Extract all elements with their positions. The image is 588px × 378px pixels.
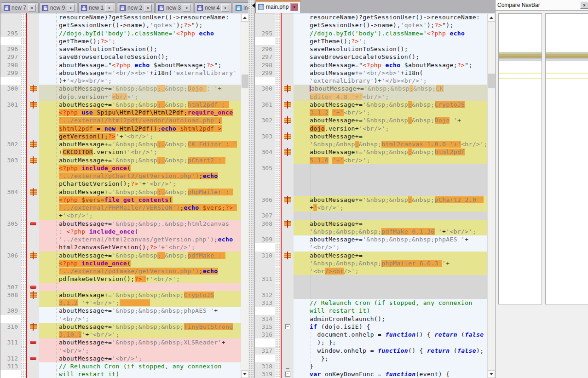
code-text[interactable]: 3.1.2 '+'<br/>'; (294, 109, 487, 116)
code-text[interactable]: aboutMessage+='&nbsp;&nbsp;&nbsp;pChart2… (294, 196, 487, 204)
code-text[interactable]: dojo.version+'<br/>'; (294, 125, 487, 132)
code-text[interactable]: +CKEDITOR.version+'<br/>'; (39, 148, 241, 156)
tab-close-icon[interactable]: x (290, 3, 298, 11)
code-text[interactable]: will restart it) (294, 307, 487, 315)
code-text[interactable]: '<br/>'; (39, 315, 241, 323)
code-text[interactable]: '../external/html2canvas/getVersion.php'… (39, 235, 241, 243)
code-text[interactable]: pChartGetVersion();?>'+'<br/>'; (39, 180, 241, 188)
code-text[interactable] (294, 212, 487, 219)
code-text[interactable] (294, 188, 487, 196)
scroll-up-button[interactable] (488, 14, 495, 22)
code-text[interactable]: document.onhelp = function() { return (f… (294, 331, 487, 338)
code-text[interactable]: aboutMessage+='&nbsp;&nbsp;.&nbsp;pdfMak… (39, 252, 241, 259)
tab-close-icon[interactable]: x (28, 4, 36, 11)
code-text[interactable]: aboutMessage+='&nbsp;&nbsp;.&nbsp;CK Edi… (39, 140, 241, 148)
code-text[interactable]: +'<br/>'; (39, 212, 241, 219)
code-text[interactable]: aboutMessage+='&nbsp;&nbsp;.&nbsp;pChart… (39, 156, 241, 164)
code-text[interactable]: adminCronRelaunch(); (294, 315, 487, 323)
tab-new-4[interactable]: new 4x (194, 2, 232, 13)
tab-close-icon[interactable]: x (183, 4, 190, 11)
code-text[interactable]: <?php use Spipu\Html2Pdf\Html2Pdf;requir… (39, 109, 241, 116)
code-text[interactable] (294, 180, 487, 188)
code-text[interactable]: aboutMessage+='<br/><b>'+i18n( (294, 69, 487, 77)
tab-main-php[interactable]: main.phpx (255, 0, 301, 13)
code-text[interactable]: aboutMessage+='&nbsp;&nbsp;.&nbsp;html2p… (39, 101, 241, 109)
code-text[interactable]: '<br/>'; (294, 243, 487, 251)
code-text[interactable]: '&nbsp;&nbsp;&nbsp;pdfMake 0.1.36 '+'<br… (294, 228, 487, 235)
code-text[interactable]: Editor 4.8 '+'<br/>'; (294, 93, 487, 101)
code-text[interactable]: // Relaunch Cron (if stopped, any connex… (39, 362, 241, 370)
code-text[interactable]: aboutMessage+= (294, 252, 487, 259)
tab-close-icon[interactable]: x (144, 4, 152, 11)
code-text[interactable]: aboutMessage+='&nbsp;&nbsp;&nbsp;CryptoJ… (39, 291, 241, 299)
code-text[interactable]: aboutMessage+='&nbsp;&nbsp;&nbsp;CryptoJ… (294, 101, 487, 109)
code-text[interactable]: '../external/PHPMailer/VERSION');echo $v… (39, 204, 241, 212)
code-text[interactable]: resourceName)?getSessionUser()->resource… (294, 13, 487, 21)
minimap-column-right[interactable] (545, 13, 588, 304)
code-text[interactable]: // Relaunch Cron (if stopped, any connex… (294, 299, 487, 307)
code-text[interactable] (294, 164, 487, 172)
code-text[interactable] (294, 172, 487, 180)
code-text[interactable]: aboutMessage+='&nbsp;&nbsp;.&nbsp;Dojo :… (39, 85, 241, 92)
tab-new-1[interactable]: new 1x (78, 2, 116, 13)
fold-collapse-icon[interactable]: − (285, 324, 290, 329)
code-text[interactable]: aboutMessage="<?php echo $aboutMessage;?… (39, 61, 241, 69)
pane-splitter[interactable] (248, 0, 254, 378)
tab-new-7[interactable]: new 7x (1, 2, 39, 13)
code-text[interactable]: '../external/pdfmake/getVersion.php');ec… (39, 267, 241, 275)
code-text[interactable]: will restart it) (39, 370, 241, 378)
code-text[interactable]: aboutMessage+= (294, 132, 487, 140)
scrollbar-thumb[interactable] (242, 74, 248, 88)
code-text[interactable]: saveResolutionToSession(); (294, 45, 487, 53)
tab-new-9[interactable]: new 9x (40, 2, 77, 13)
code-text[interactable]: aboutMessage+='&nbsp;&nbsp;&nbsp;phpAES … (39, 307, 241, 315)
right-vertical-scrollbar[interactable] (487, 14, 495, 378)
code-text[interactable]: html2canvasGetVersion();?>'+'<br/>'; (39, 243, 241, 251)
code-text[interactable]: '../external/html2pdf/vendor/autoload.ph… (39, 116, 241, 124)
code-text[interactable]: : <?php include_once( (39, 228, 241, 235)
code-text[interactable]: ); }; (294, 338, 487, 346)
code-text[interactable]: aboutMessage+='&nbsp;&nbsp;&nbsp;html2pd… (294, 148, 487, 156)
code-text[interactable] (39, 283, 241, 291)
code-text[interactable]: +'<br/>'; (294, 204, 487, 212)
code-text[interactable]: )+'</b><br/>'; (39, 77, 241, 85)
code-text[interactable]: //dojo.byId('body').className='<?php ech… (39, 29, 241, 37)
code-text[interactable]: }; (294, 355, 487, 362)
code-text[interactable]: 5.1.0 '+'<br/>'; (294, 156, 487, 164)
code-text[interactable]: saveResolutionToSession(); (39, 45, 241, 53)
code-text[interactable]: <?php include_once( (39, 259, 241, 267)
code-text[interactable]: //dojo.byId('body').className='<?php ech… (294, 29, 487, 37)
tab-close-icon[interactable]: x (105, 4, 113, 11)
code-text[interactable]: aboutMessage+='&nbsp;&nbsp;&nbsp;TinyBut… (39, 323, 241, 331)
code-text[interactable]: '<br/><br/>'; (294, 267, 487, 275)
code-text[interactable]: aboutMessage+='&nbsp;&nbsp;&nbsp;XLSRead… (39, 338, 241, 346)
code-text[interactable]: '&nbsp;&nbsp;&nbsp;phpMailer 6.0.3 '+ (294, 259, 487, 267)
code-text[interactable]: '&nbsp;&nbsp;&nbsp;html2canvas 1.0.0 '+'… (294, 140, 487, 148)
code-text[interactable]: <?php $vers=file_get_contents( (39, 196, 241, 204)
tab-close-icon[interactable]: x (221, 4, 229, 11)
code-text[interactable]: } (294, 362, 487, 370)
code-text[interactable]: 3.10.1'+'<br/>'; (39, 331, 241, 338)
code-text[interactable]: aboutMessage+='&nbsp;&nbsp;&nbsp;phpAES … (294, 235, 487, 243)
tab-new-3[interactable]: new 3x (156, 2, 193, 13)
code-text[interactable]: <?php include_once( (39, 164, 241, 172)
code-text[interactable]: aboutMessage+='<br/><b>'+i18n('externalL… (39, 69, 241, 77)
code-text[interactable]: aboutMessage="<?php echo $aboutMessage;?… (294, 61, 487, 69)
code-text[interactable]: getSessionUser()->name),'qotes');?>"); (294, 21, 487, 29)
code-text[interactable]: $html2pdf = new Html2Pdf();echo $html2pd… (39, 125, 241, 132)
code-text[interactable]: getVersion();?>'+'<br/>'; (39, 132, 241, 140)
code-text[interactable]: saveBrowserLocaleToSession(); (294, 53, 487, 61)
code-text[interactable]: '<br/>'; (39, 347, 241, 355)
code-text[interactable]: '../external/pChart2/getVersion.php');ec… (39, 172, 241, 180)
tab-new-2[interactable]: new 2x (117, 2, 155, 13)
code-text[interactable]: 3.1.2 '+'<br/>'; (39, 299, 241, 307)
code-text[interactable]: var onKeyDownFunc = function(event) { (294, 370, 487, 378)
close-icon[interactable]: x (580, 1, 588, 9)
scroll-down-button[interactable] (488, 370, 495, 378)
tab-close-icon[interactable]: x (67, 4, 75, 11)
code-text[interactable]: 'externalLibrary')+'</b><br/>'; (294, 77, 487, 85)
minimap-column-left[interactable] (498, 13, 542, 304)
code-text[interactable]: aboutMessage+='&nbsp;&nbsp;&nbsp;Dojo '+ (294, 116, 487, 124)
code-text[interactable]: if (dojo.isIE) { (294, 323, 487, 331)
code-text[interactable]: pdfmakeGetVersion();?>'+'<br/>'; (39, 275, 241, 283)
